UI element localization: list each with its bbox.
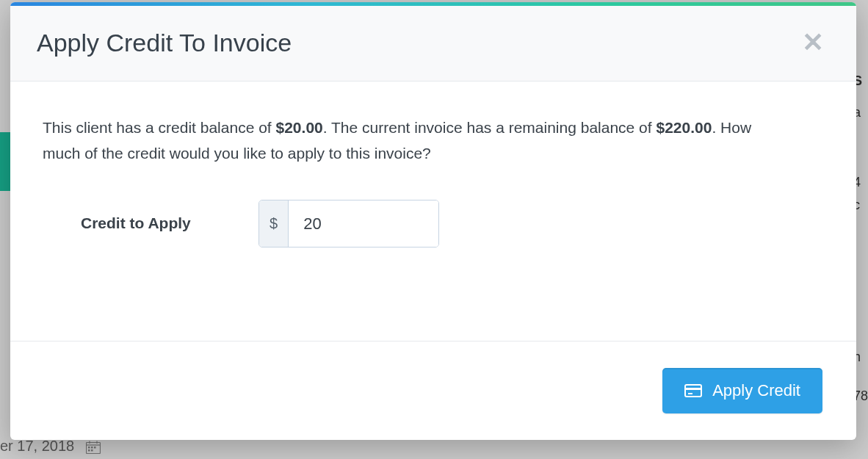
apply-credit-button[interactable]: Apply Credit (662, 368, 822, 413)
credit-balance-value: $20.00 (276, 119, 323, 136)
apply-credit-modal: Apply Credit To Invoice ✕ This client ha… (10, 2, 856, 440)
close-icon[interactable]: ✕ (796, 26, 830, 59)
modal-title: Apply Credit To Invoice (37, 29, 292, 57)
modal-footer: Apply Credit (10, 341, 856, 440)
modal-description: This client has a credit balance of $20.… (43, 115, 792, 166)
modal-header: Apply Credit To Invoice ✕ (10, 6, 856, 82)
credit-form-row: Credit to Apply $ (43, 200, 824, 247)
apply-credit-button-label: Apply Credit (712, 381, 800, 400)
credit-amount-group: $ (258, 200, 439, 247)
invoice-balance-value: $220.00 (656, 119, 712, 136)
credit-card-icon (684, 384, 702, 397)
currency-prefix: $ (259, 200, 289, 247)
credit-to-apply-label: Credit to Apply (81, 211, 258, 236)
credit-amount-input[interactable] (289, 200, 438, 247)
modal-body: This client has a credit balance of $20.… (10, 82, 856, 341)
